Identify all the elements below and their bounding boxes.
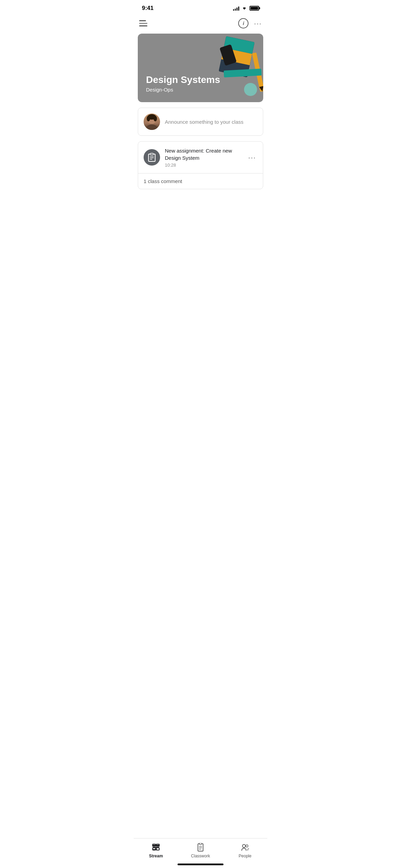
menu-button[interactable] (139, 17, 151, 29)
circle-decoration (244, 83, 257, 96)
class-banner: Design Systems Design-Ops (138, 34, 263, 102)
app-bar-actions: i ··· (238, 18, 262, 28)
post-time: 10:28 (165, 162, 242, 168)
signal-icon (233, 6, 239, 11)
status-icons (233, 6, 259, 11)
info-icon: i (243, 21, 244, 26)
post-info: New assignment: Create new Design System… (165, 147, 242, 168)
class-name: Design Systems (146, 74, 220, 85)
status-bar: 9:41 (134, 0, 267, 14)
user-avatar (144, 113, 160, 130)
post-more-button[interactable]: ··· (247, 152, 257, 163)
svg-point-4 (147, 116, 150, 121)
more-options-button[interactable]: ··· (254, 20, 262, 27)
battery-icon (250, 6, 259, 11)
announce-box[interactable]: Announce something to your class (138, 108, 263, 136)
svg-rect-7 (150, 153, 154, 155)
avatar-face (144, 113, 160, 130)
info-button[interactable]: i (238, 18, 248, 28)
banner-text: Design Systems Design-Ops (146, 74, 220, 93)
ruler-decoration (224, 69, 262, 77)
app-bar: i ··· (134, 14, 267, 34)
post-title: New assignment: Create new Design System (165, 147, 242, 161)
post-comment-count[interactable]: 1 class comment (138, 173, 263, 189)
main-content: Design Systems Design-Ops Announce somet… (134, 34, 267, 229)
menu-line-2 (139, 23, 147, 24)
status-time: 9:41 (142, 5, 154, 12)
svg-point-5 (154, 116, 157, 121)
announce-placeholder: Announce something to your class (165, 119, 243, 125)
menu-line-3 (139, 25, 147, 26)
class-section: Design-Ops (146, 87, 220, 93)
clipboard-icon (147, 153, 156, 162)
post-header: New assignment: Create new Design System… (138, 142, 263, 173)
post-icon (144, 149, 160, 166)
post-card[interactable]: New assignment: Create new Design System… (138, 141, 263, 189)
menu-line-1 (139, 20, 146, 21)
svg-point-1 (146, 124, 157, 130)
wifi-icon (241, 6, 247, 11)
